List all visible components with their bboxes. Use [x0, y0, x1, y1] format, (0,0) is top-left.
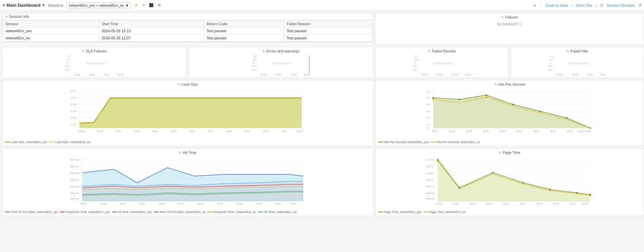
hits-per-second-chart: 1.2 1.0 0.8 0.6 0.4 0.2 0	[377, 88, 642, 140]
sla-failures-chart: 1.0 0.5 0 -0.5 -1.0 00:00 00:01 00:01 00…	[4, 54, 185, 76]
failed-rounds-panel: ✎ Failed Rounds 1.0 0.5 0 -0.5 -1.0 00:0…	[375, 47, 509, 78]
legend-rt-no-line	[208, 212, 212, 212]
svg-text:00:00: 00:00	[449, 130, 455, 132]
zoom-to-data-btn[interactable]: Zoom to Data	[545, 3, 568, 7]
col-failed-reason: Failed Reason	[284, 20, 373, 28]
settings-icon[interactable]: ⚙	[157, 2, 162, 8]
svg-text:-1.0: -1.0	[412, 69, 416, 71]
legend-ht-no: Hit Time, networkEm_no	[258, 210, 297, 214]
svg-text:00:00: 00:00	[115, 130, 121, 132]
svg-point-164	[492, 172, 494, 174]
svg-text:-0.5: -0.5	[65, 65, 69, 68]
legend-ht-yes: Hit Time, networkEm_yes	[112, 210, 152, 214]
svg-text:00:01: 00:01	[587, 74, 593, 76]
svg-text:0.4: 0.4	[426, 116, 430, 119]
svg-text:0: 0	[414, 62, 416, 64]
svg-text:00:01: 00:01	[520, 203, 526, 205]
failures-no-data: No datapoints ⓘ	[377, 22, 642, 27]
svg-text:00:00: 00:00	[422, 74, 428, 76]
page-time-title: ✎ Page Time	[377, 150, 642, 156]
svg-text:00:02: 00:02	[118, 74, 124, 76]
svg-text:0.6: 0.6	[426, 110, 430, 113]
svg-text:00:01: 00:01	[245, 130, 251, 132]
svg-text:00:01: 00:01	[89, 74, 95, 76]
svg-text:No data points: No data points	[86, 62, 106, 65]
sessions-value: networkEm_yes + networkEm_no	[69, 3, 124, 7]
clock-icon: ◷	[600, 3, 603, 7]
zoom-out-right-icon[interactable]: ›	[596, 3, 597, 7]
load-size-panel: ✎ Load Size 1.02 1.00 0.98 0.96 0.94 0.9…	[2, 80, 373, 146]
svg-text:1.0: 1.0	[550, 55, 553, 57]
svg-text:0: 0	[550, 62, 551, 64]
svg-point-102	[485, 96, 487, 98]
session-table: Session Start Time Return Code Failed Re…	[2, 20, 373, 42]
svg-text:0.5: 0.5	[67, 58, 70, 61]
table-row: networkEm_yes2016-05-25 12:13Test passed…	[3, 28, 373, 35]
svg-text:00:00: 00:00	[486, 203, 492, 205]
svg-text:00:01: 00:01	[452, 74, 458, 76]
header-left: ≡ Main Dashboard ▼ Sessions: networkEm_y…	[3, 2, 162, 8]
load-size-chart: 1.02 1.00 0.98 0.96 0.94 0.92	[4, 88, 372, 140]
failures-title: ✎ Failures	[377, 14, 642, 20]
page-time-chart: 1.75 s 1.50 s 1.25 s 1.00 s 750 ms 500 m…	[377, 156, 642, 210]
svg-text:00:01: 00:01	[572, 74, 578, 76]
svg-point-99	[566, 117, 568, 119]
svg-text:00:00: 00:00	[78, 130, 85, 132]
svg-text:00:00: 00:00	[469, 203, 475, 205]
svg-text:00:02: 00:02	[304, 74, 310, 76]
svg-text:00:02: 00:02	[582, 203, 588, 205]
svg-text:00:01: 00:01	[189, 130, 195, 132]
svg-text:00:01: 00:01	[553, 203, 559, 205]
legend-pt-yes: Page Time, networkEm_yes	[378, 210, 422, 214]
svg-text:0.94: 0.94	[71, 116, 76, 119]
svg-text:1.0: 1.0	[414, 55, 418, 57]
page-time-panel: ✎ Page Time 1.75 s 1.50 s 1.25 s 1.00 s …	[375, 148, 644, 216]
svg-text:00:00: 00:00	[152, 130, 158, 132]
svg-marker-64	[79, 98, 302, 128]
zoom-out-left-icon[interactable]: ‹	[571, 3, 573, 7]
svg-point-165	[522, 182, 524, 184]
sla-failures-title: ✎ SLA Failures	[4, 48, 185, 54]
svg-text:00:00: 00:00	[436, 203, 442, 205]
svg-text:00:02: 00:02	[297, 130, 303, 132]
save-icon[interactable]: ⬛	[148, 2, 154, 8]
svg-text:1.75 s: 1.75 s	[426, 158, 433, 161]
svg-text:00:01: 00:01	[178, 203, 184, 205]
sla-failures-panel: ✎ SLA Failures 1.0 0.5 0 -0.5 -1.0 00:00…	[2, 47, 186, 78]
info-icon: ⓘ	[519, 22, 522, 26]
svg-marker-93	[433, 95, 590, 128]
legend-load-size-no: Load Size, networkEm_no	[49, 140, 90, 144]
legend-rt-yes: Response Time, networkEm_yes	[60, 210, 110, 214]
svg-text:00:01: 00:01	[208, 130, 214, 132]
hits-per-second-panel: ✎ Hits Per Second 1.2 1.0 0.8 0.6 0.4 0.…	[375, 80, 644, 146]
svg-marker-161	[438, 160, 590, 201]
svg-text:1.02: 1.02	[71, 89, 76, 92]
svg-text:1.0: 1.0	[67, 55, 70, 57]
hamburger-icon[interactable]: ≡	[534, 3, 536, 7]
sessions-selector[interactable]: networkEm_yes + networkEm_no ▼	[66, 2, 131, 8]
svg-text:0: 0	[67, 62, 68, 64]
col-session: Session	[3, 20, 99, 28]
zoom-out-btn[interactable]: Zoom Out	[576, 3, 592, 7]
share-icon[interactable]: ↗	[141, 2, 146, 8]
svg-text:00:01: 00:01	[550, 130, 556, 132]
svg-text:00:02: 00:02	[601, 74, 607, 76]
dropdown-icon[interactable]: ▼	[42, 3, 45, 7]
favorite-icon[interactable]: ★	[134, 2, 139, 8]
svg-text:00:02: 00:02	[290, 203, 296, 205]
svg-text:No data points: No data points	[272, 62, 292, 65]
svg-point-98	[539, 111, 541, 112]
svg-text:250 ms: 250 ms	[70, 192, 79, 195]
failures-edit-icon: ✎	[501, 15, 504, 19]
session-duration-text[interactable]: Session Duration	[607, 3, 635, 7]
header-divider	[540, 2, 541, 8]
svg-text:1.2: 1.2	[426, 90, 430, 93]
svg-point-97	[512, 104, 514, 106]
svg-text:00:00: 00:00	[171, 130, 177, 132]
svg-text:00:00: 00:00	[120, 203, 126, 205]
svg-text:00:00: 00:00	[261, 74, 267, 76]
hits-per-second-title: ✎ Hits Per Second	[377, 82, 642, 88]
svg-text:00:01: 00:01	[276, 74, 282, 76]
svg-point-101	[432, 99, 434, 100]
reset-icon[interactable]: ↺	[638, 3, 641, 7]
